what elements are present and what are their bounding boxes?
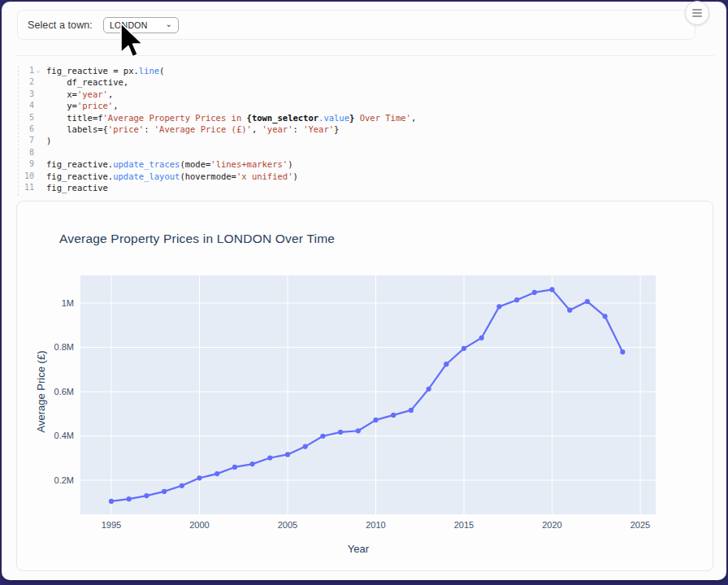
data-point-marker[interactable] [109,499,114,504]
town-select-value: LONDON [110,20,148,30]
town-select[interactable]: LONDON ⌄ [103,17,179,33]
x-tick-label: 2005 [278,520,297,530]
data-point-marker[interactable] [567,308,572,313]
app-menu-button[interactable] [685,1,709,25]
y-tick-label: 0.2M [54,475,74,485]
data-point-marker[interactable] [127,496,132,501]
code-line: 2 df_reactive, [16,76,714,88]
x-tick-label: 2025 [630,520,650,530]
code-line: 11fig_reactive [16,182,714,193]
y-tick-label: 0.4M [54,431,74,440]
data-point-marker[interactable] [391,413,396,418]
code-line: 10fig_reactive.update_layout(hovermode='… [16,171,714,182]
data-point-marker[interactable] [197,475,202,480]
code-line: 8 [16,147,714,158]
data-point-marker[interactable] [162,489,167,494]
code-line: 6 labels={'price': 'Average Price (£)', … [16,124,714,135]
code-line: 4 y='price', [16,100,714,111]
data-point-marker[interactable] [427,387,431,392]
chevron-down-icon: ⌄ [166,20,172,28]
data-point-marker[interactable] [320,434,325,439]
data-point-marker[interactable] [462,346,466,351]
code-editor[interactable]: 1⌄fig_reactive = px.line(2 df_reactive,3… [16,55,714,193]
desktop-background: { "selector": { "label": "Select a town:… [0,0,728,585]
x-tick-label: 2020 [542,520,561,530]
code-line: 3 x='year', [16,89,714,100]
code-line: 1⌄fig_reactive = px.line( [16,65,714,76]
town-selector-label: Select a town: [28,20,93,31]
data-point-marker[interactable] [479,336,484,340]
data-point-marker[interactable] [232,465,237,470]
data-point-marker[interactable] [603,314,608,318]
price-chart-svg[interactable]: 0.2M0.4M0.6M0.8M1M1995200020052010201520… [17,202,713,570]
data-point-marker[interactable] [214,471,219,476]
data-point-marker[interactable] [444,362,448,366]
x-axis-title: Year [348,543,370,555]
data-point-marker[interactable] [144,493,149,498]
data-point-marker[interactable] [180,483,184,488]
data-point-marker[interactable] [549,287,554,292]
code-line: 5 title=f'Average Property Prices in {to… [16,112,714,124]
data-point-marker[interactable] [250,462,255,466]
y-tick-label: 0.6M [54,387,74,396]
code-lines: 1⌄fig_reactive = px.line(2 df_reactive,3… [16,65,714,193]
cell-gutter [18,66,19,196]
notebook-card: Select a town: LONDON ⌄ 1⌄fig_reactive =… [2,2,726,580]
town-selector-cell: Select a town: LONDON ⌄ [17,10,696,40]
y-tick-label: 1M [62,298,74,308]
x-tick-label: 2000 [189,520,209,530]
hamburger-icon [692,9,702,11]
data-point-marker[interactable] [267,455,272,460]
code-line: 9fig_reactive.update_traces(mode='lines+… [16,158,714,170]
data-point-marker[interactable] [585,299,590,304]
data-point-marker[interactable] [496,304,501,309]
y-tick-label: 0.8M [54,342,74,352]
x-tick-label: 1995 [102,520,121,530]
y-axis-title: Average Price (£) [35,351,47,433]
x-tick-label: 2010 [366,520,385,530]
chart-output-card: Average Property Prices in LONDON Over T… [16,201,713,571]
data-point-marker[interactable] [620,349,625,354]
data-point-marker[interactable] [356,428,361,433]
data-point-marker[interactable] [285,452,290,457]
data-point-marker[interactable] [514,297,519,302]
data-point-marker[interactable] [409,408,414,413]
data-point-marker[interactable] [373,418,378,422]
x-tick-label: 2015 [454,520,474,530]
data-point-marker[interactable] [532,290,537,295]
code-line: 7) [16,135,714,146]
data-point-marker[interactable] [338,430,343,435]
data-point-marker[interactable] [303,444,308,448]
